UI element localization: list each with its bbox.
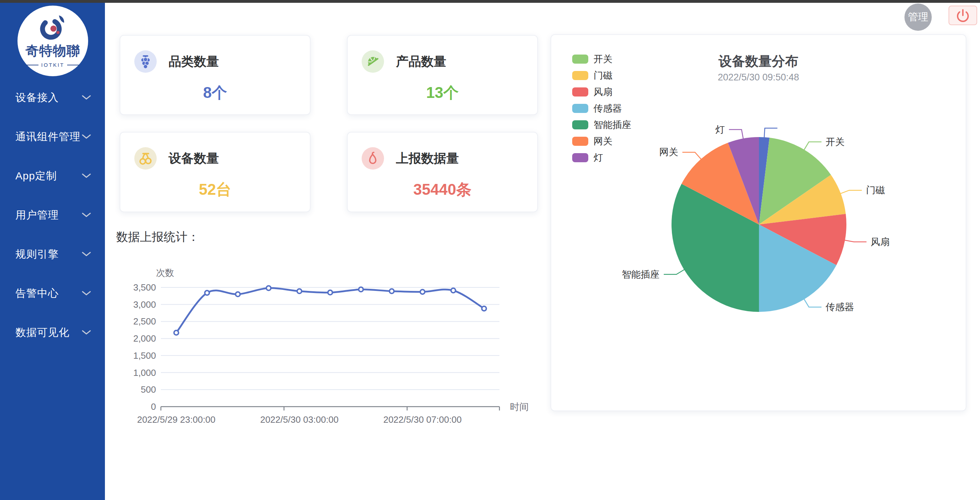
sidebar-item-user-management[interactable]: 用户管理 — [0, 195, 105, 235]
sidebar: 奇特物聯 IOTKIT 设备接入 通讯组件管理 App定制 用户管理 规则引擎 — [0, 3, 105, 500]
logout-button[interactable] — [948, 6, 977, 25]
y-axis-tick-label: 1,000 — [133, 367, 156, 378]
stat-card-report-count: 上报数据量 35440条 — [347, 132, 538, 212]
top-bar — [0, 0, 980, 3]
stat-card-value: 52台 — [120, 179, 310, 200]
x-axis-name: 时间 — [510, 402, 529, 412]
pie-chart-card: 设备数量分布 2022/5/30 09:50:48 开关门磁风扇传感器智能插座网… — [550, 34, 966, 411]
pear-icon — [362, 147, 384, 170]
logo-rule-left — [27, 65, 38, 65]
data-point[interactable] — [359, 287, 363, 292]
y-axis-tick-label: 2,000 — [133, 333, 156, 344]
line-chart[interactable]: 05001,0001,5002,0002,5003,0003,500次数2022… — [119, 250, 539, 446]
y-axis-tick-label: 3,500 — [133, 282, 156, 293]
pie-slice-label: 传感器 — [826, 302, 854, 312]
stat-card-title: 产品数量 — [396, 53, 446, 70]
legend-item-门磁[interactable]: 门磁 — [572, 70, 631, 81]
legend-item-智能插座[interactable]: 智能插座 — [572, 119, 631, 131]
y-axis-tick-label: 500 — [141, 384, 156, 395]
legend-swatch — [572, 120, 588, 129]
stat-card-product-count: 产品数量 13个 — [347, 35, 538, 115]
sidebar-item-app-custom[interactable]: App定制 — [0, 156, 105, 195]
x-axis-tick-label: 2022/5/29 23:00:00 — [137, 414, 215, 425]
chevron-down-icon — [82, 134, 91, 140]
legend-label: 传感器 — [593, 102, 622, 115]
pie-legend: 开关门磁风扇传感器智能插座网关灯 — [572, 53, 631, 163]
avatar[interactable]: 管理 — [904, 3, 932, 31]
x-axis-tick-label: 2022/5/30 07:00:00 — [383, 414, 462, 425]
data-point[interactable] — [205, 290, 210, 295]
sidebar-item-label: 通讯组件管理 — [15, 130, 80, 144]
sidebar-item-label: 规则引擎 — [15, 247, 59, 262]
stat-card-header: 品类数量 — [134, 50, 219, 73]
y-axis-name: 次数 — [156, 267, 174, 278]
data-point[interactable] — [390, 289, 394, 294]
legend-swatch — [572, 153, 588, 162]
pie-slice-label: 风扇 — [870, 237, 889, 247]
legend-item-风扇[interactable]: 风扇 — [572, 86, 631, 98]
stat-card-value: 13个 — [348, 83, 537, 103]
legend-item-传感器[interactable]: 传感器 — [572, 102, 631, 114]
sidebar-item-label: 设备接入 — [15, 90, 59, 105]
legend-label: 灯 — [593, 151, 603, 164]
pie-slice-label: 智能插座 — [622, 269, 660, 280]
sidebar-item-label: 数据可见化 — [15, 325, 70, 340]
stat-card-header: 上报数据量 — [362, 147, 459, 170]
data-point[interactable] — [297, 289, 302, 294]
pie-label-line — [844, 240, 867, 242]
y-axis-tick-label: 2,500 — [133, 316, 156, 327]
sidebar-item-rule-engine[interactable]: 规则引擎 — [0, 235, 105, 274]
legend-swatch — [572, 71, 588, 80]
legend-item-网关[interactable]: 网关 — [572, 135, 631, 147]
logo-subtitle-text: IOTKIT — [41, 62, 64, 68]
stat-card-title: 品类数量 — [169, 53, 219, 70]
chevron-down-icon — [82, 173, 91, 179]
pie-label-line — [682, 152, 702, 159]
chevron-down-icon — [82, 212, 91, 218]
data-point[interactable] — [451, 288, 456, 293]
logo-subtitle: IOTKIT — [27, 62, 79, 68]
power-icon — [955, 7, 971, 24]
pie-slice-label: 门磁 — [866, 185, 885, 195]
logo-rule-right — [67, 65, 79, 65]
line-chart-section-title: 数据上报统计： — [116, 229, 199, 245]
sidebar-item-label: 用户管理 — [15, 208, 59, 222]
legend-item-开关[interactable]: 开关 — [572, 53, 631, 65]
data-point[interactable] — [267, 286, 271, 290]
y-axis-tick-label: 1,500 — [133, 350, 156, 361]
chevron-down-icon — [82, 330, 91, 335]
sidebar-item-comm-components[interactable]: 通讯组件管理 — [0, 117, 105, 156]
sidebar-item-device-access[interactable]: 设备接入 — [0, 78, 105, 117]
sidebar-item-data-visualization[interactable]: 数据可见化 — [0, 313, 105, 352]
cherries-icon — [134, 147, 157, 170]
pie-label-line — [764, 128, 778, 138]
pie-label-line — [664, 269, 685, 274]
legend-label: 门磁 — [593, 69, 612, 82]
y-axis-tick-label: 0 — [151, 402, 156, 412]
app-logo: 奇特物聯 IOTKIT — [18, 6, 88, 76]
legend-swatch — [572, 137, 588, 146]
x-axis-tick-label: 2022/5/30 03:00:00 — [260, 414, 339, 425]
grape-icon — [134, 50, 157, 73]
sidebar-item-label: 告警中心 — [15, 286, 59, 301]
chevron-down-icon — [82, 251, 91, 257]
chevron-down-icon — [82, 290, 91, 296]
legend-label: 风扇 — [593, 86, 612, 98]
legend-label: 开关 — [593, 53, 612, 65]
data-point[interactable] — [328, 290, 332, 295]
pie-slice-label: 灯 — [715, 124, 725, 135]
data-point[interactable] — [236, 292, 240, 297]
sidebar-item-alert-center[interactable]: 告警中心 — [0, 274, 105, 313]
data-point[interactable] — [420, 289, 425, 294]
pie-slice-label: 网关 — [659, 147, 678, 157]
legend-item-灯[interactable]: 灯 — [572, 152, 631, 163]
data-point[interactable] — [174, 330, 179, 335]
data-point[interactable] — [482, 306, 487, 311]
sidebar-item-label: App定制 — [15, 169, 57, 183]
stat-card-title: 设备数量 — [169, 150, 219, 167]
pie-label-line — [804, 142, 821, 150]
lemon-icon — [362, 50, 384, 73]
stat-card-header: 产品数量 — [362, 50, 446, 73]
y-axis-tick-label: 3,000 — [133, 299, 156, 310]
legend-swatch — [572, 104, 588, 113]
